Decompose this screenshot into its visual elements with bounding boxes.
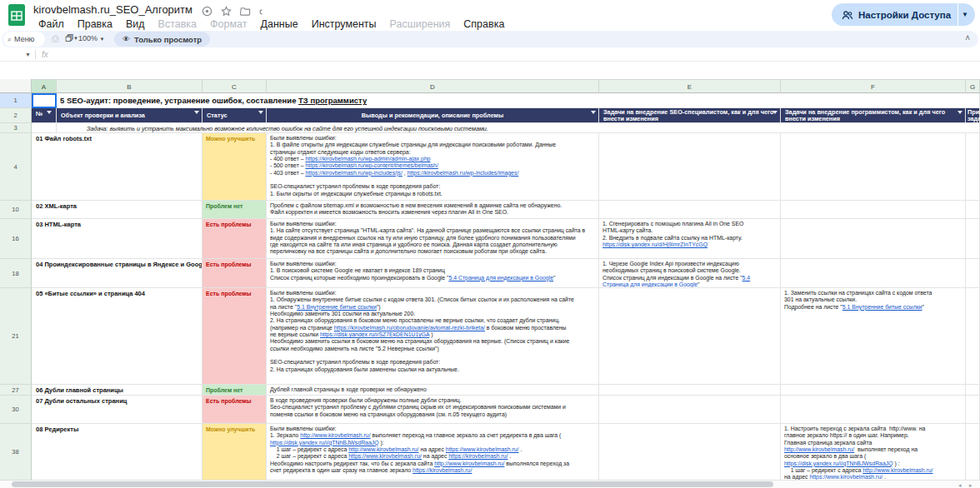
- sheet-title-cell[interactable]: 5 SEO-аудит: проведение, устранение ошиб…: [57, 93, 980, 108]
- seo-tasks-cell[interactable]: [599, 385, 781, 396]
- cell-link[interactable]: 5.4 Страница для индексации в Google: [448, 275, 553, 281]
- object-cell[interactable]: 07 Дубли остальных страниц: [32, 396, 202, 424]
- menu-Инструменты[interactable]: Инструменты: [306, 17, 382, 31]
- cell-link[interactable]: https://kirovbelmash.ru/wp-content/theme…: [305, 162, 438, 168]
- priority-cell[interactable]: [966, 201, 980, 219]
- cell-link[interactable]: https://www.kirovbelmash.ru/: [348, 453, 422, 459]
- select-all-corner[interactable]: [0, 79, 32, 93]
- cell-link[interactable]: 5.1 Внутренние битые ссылки: [842, 304, 922, 310]
- conclusions-cell[interactable]: Были выявлены ошибки: 1. В поисковой сис…: [267, 259, 599, 288]
- column-header-A[interactable]: A: [32, 79, 57, 93]
- cell-link[interactable]: https://kirovbelmash.ru/: [412, 467, 472, 473]
- view-mode-pill[interactable]: 👁 Только просмотр: [114, 32, 210, 47]
- menu-search-input[interactable]: ⌕ Меню: [3, 32, 45, 47]
- dev-tasks-cell[interactable]: 1. Настроить переход с зеркала сайта htt…: [781, 424, 966, 481]
- status-cell[interactable]: Есть проблемы: [202, 396, 267, 424]
- cell-link[interactable]: http://www.kirovbelmash.ru/: [862, 467, 932, 473]
- filter-icon[interactable]: [772, 111, 778, 114]
- print-icon[interactable]: ⎙: [52, 33, 59, 44]
- cell-link[interactable]: https://kirovbelmash.ru/wp-includes/imag…: [408, 170, 519, 176]
- header-cell-d[interactable]: Выводы и рекомендации, описание проблемы: [267, 108, 599, 123]
- status-cell[interactable]: Можно улучшить: [202, 133, 267, 201]
- cell-link[interactable]: https://kirovbelmash.ru/: [448, 453, 508, 459]
- conclusions-cell[interactable]: Были выявлены ошибки: 1. Зеркало http://…: [267, 424, 599, 481]
- cell-link[interactable]: 5.1 Внутренние битые ссылки: [297, 304, 377, 310]
- empty-cell[interactable]: [32, 123, 57, 133]
- conclusions-cell[interactable]: Были выявлены ошибки: 1. На сайте отсутс…: [267, 219, 599, 259]
- priority-cell[interactable]: [966, 133, 980, 201]
- cell-link[interactable]: https://www.kirovbelmash.ru/: [809, 474, 882, 480]
- priority-cell[interactable]: [966, 424, 980, 481]
- row-header-18[interactable]: 18: [0, 259, 32, 288]
- seo-tasks-cell[interactable]: [599, 424, 781, 481]
- conclusions-cell[interactable]: В ходе проведения проверки были обнаруже…: [267, 396, 599, 424]
- share-button[interactable]: Настройки Доступа ▼: [832, 3, 975, 26]
- column-header-F[interactable]: F: [781, 79, 966, 93]
- document-title[interactable]: kirovbelmash.ru_SEO_Алгоритм: [33, 3, 192, 16]
- formula-bar[interactable]: ▼ fx: [0, 48, 980, 62]
- priority-cell[interactable]: [966, 396, 980, 424]
- status-cell[interactable]: Можно улучшить: [202, 424, 267, 481]
- cell-link[interactable]: https://kirovbelmash.ru/oborudovanie/avt…: [334, 325, 485, 331]
- menu-Вид[interactable]: Вид: [120, 17, 151, 31]
- menu-Правка[interactable]: Правка: [72, 17, 118, 31]
- filter-icon[interactable]: [194, 111, 199, 114]
- object-cell[interactable]: 06 Дубли главной страницы: [32, 385, 202, 396]
- horizontal-scrollbar-thumb[interactable]: [12, 481, 773, 487]
- menu-Данные[interactable]: Данные: [254, 17, 303, 31]
- dev-tasks-cell[interactable]: [781, 259, 966, 288]
- object-cell[interactable]: 01 Файл robots.txt: [32, 133, 202, 201]
- row-header-2[interactable]: 2: [0, 108, 32, 123]
- cell-link[interactable]: Страница для индексации в Google: [602, 281, 698, 287]
- column-header-C[interactable]: C: [202, 79, 267, 93]
- status-cell[interactable]: Проблем нет: [202, 201, 267, 219]
- task-row-cell[interactable]: Задача: выявить и устранить максимально …: [57, 123, 980, 133]
- column-header-B[interactable]: B: [57, 79, 202, 93]
- priority-cell[interactable]: [966, 219, 980, 259]
- menu-Файл[interactable]: Файл: [32, 17, 70, 31]
- row-header-38[interactable]: 38: [0, 424, 32, 481]
- object-cell[interactable]: 05 «Битые ссылки» и страница 404: [32, 288, 202, 385]
- row-header-3[interactable]: 3: [0, 123, 32, 133]
- column-header-D[interactable]: D: [267, 79, 599, 93]
- filter-icon[interactable]: [958, 111, 962, 114]
- cell-link[interactable]: https://kirovbelmash.ru/wp-includes/js/: [305, 170, 402, 176]
- cell-a1-selected[interactable]: [32, 93, 57, 108]
- row-header-30[interactable]: 30: [0, 396, 32, 424]
- status-cell[interactable]: Проблем нет: [202, 385, 267, 396]
- cell-link[interactable]: http://www.kirovbelmash.ru/: [348, 446, 418, 452]
- horizontal-scrollbar[interactable]: [0, 481, 980, 488]
- seo-tasks-cell[interactable]: [599, 201, 781, 219]
- column-header-E[interactable]: E: [599, 79, 781, 93]
- seo-tasks-cell[interactable]: 1. Сгенерировать с помощью плагина All i…: [599, 219, 781, 259]
- filter-icon[interactable]: [47, 111, 52, 114]
- status-cell[interactable]: Есть проблемы: [202, 288, 267, 385]
- header-cell-e[interactable]: Задачи на внедрение SEO-специалистом, ка…: [599, 108, 781, 123]
- header-cell-c[interactable]: Статус: [202, 108, 267, 123]
- seo-tasks-cell[interactable]: [599, 133, 781, 201]
- dev-tasks-cell[interactable]: [781, 396, 966, 424]
- cell-link[interactable]: 5.4: [742, 275, 751, 281]
- object-cell[interactable]: 02 XML-карта: [32, 201, 202, 219]
- priority-cell[interactable]: [966, 259, 980, 288]
- object-cell[interactable]: 04 Проиндексированные страницы в Яндексе…: [32, 259, 202, 288]
- cell-link[interactable]: http://www.kirovbelmash.ru/: [300, 432, 370, 438]
- row-header-10[interactable]: 10: [0, 201, 32, 219]
- conclusions-cell[interactable]: Были выявлены ошибки: 1. Обнаружены внут…: [267, 288, 599, 385]
- star-icon[interactable]: [221, 6, 232, 17]
- column-header-G[interactable]: G: [966, 79, 980, 93]
- row-header-27[interactable]: 27: [0, 385, 32, 396]
- filter-icon[interactable]: [591, 111, 596, 114]
- dev-tasks-cell[interactable]: [781, 133, 966, 201]
- dev-tasks-cell[interactable]: [781, 219, 966, 259]
- header-cell-f[interactable]: Задачи на внедрение программистом, как и…: [781, 108, 966, 123]
- seo-tasks-cell[interactable]: [599, 396, 781, 424]
- conclusions-cell[interactable]: Дублей главной страницы в ходе проверки …: [267, 385, 599, 396]
- object-cell[interactable]: 08 Редиректы: [32, 424, 202, 481]
- scroll-right-icon[interactable]: ▸: [969, 482, 972, 488]
- cell-link[interactable]: https://disk.yandex.ru/i/SZ7EkDEN1U1yGA: [320, 331, 429, 337]
- row-header-1[interactable]: 1: [0, 93, 32, 108]
- cell-link[interactable]: http://www.kirovbelmash.ru/: [434, 461, 504, 466]
- row-header-16[interactable]: 16: [0, 219, 32, 259]
- header-cell-b[interactable]: Объект проверки и анализа: [57, 108, 202, 123]
